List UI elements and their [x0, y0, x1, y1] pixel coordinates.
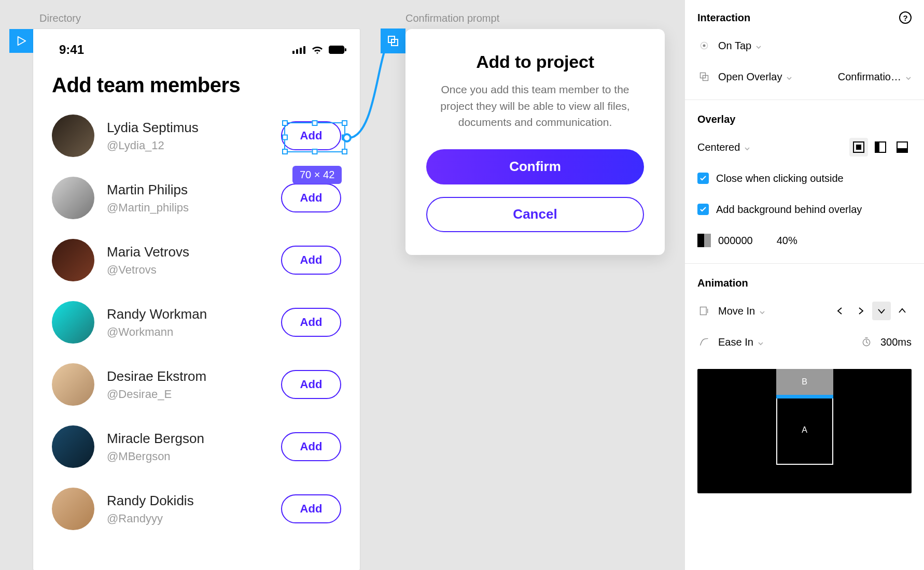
- animation-type-select[interactable]: Move In: [697, 302, 765, 320]
- list-item[interactable]: Lydia Septimus @Lydia_12 Add: [52, 104, 341, 166]
- avatar: [52, 115, 94, 157]
- member-handle: @Desirae_E: [107, 388, 269, 401]
- interaction-handle[interactable]: [342, 133, 352, 142]
- list-item[interactable]: Martin Philips @Martin_philips Add: [52, 166, 341, 229]
- help-icon[interactable]: ?: [899, 11, 912, 24]
- add-button[interactable]: Add: [281, 370, 341, 399]
- direction-right-button[interactable]: [851, 302, 870, 320]
- tap-icon: [697, 40, 711, 51]
- svg-point-9: [703, 45, 706, 47]
- member-name: Randy Dokidis: [107, 493, 269, 509]
- overlay-target-chip[interactable]: [381, 28, 405, 53]
- svg-rect-6: [345, 48, 346, 51]
- ease-icon: [697, 337, 711, 347]
- close-outside-label: Close when clicking outside: [716, 173, 844, 184]
- status-time: 9:41: [59, 42, 84, 57]
- svg-rect-2: [300, 48, 302, 54]
- list-item[interactable]: Randy Workman @Workmann Add: [52, 291, 341, 353]
- svg-rect-0: [292, 51, 295, 54]
- target-value: Confirmatio…: [838, 71, 901, 83]
- list-item[interactable]: Maria Vetrovs @Vetrovs Add: [52, 229, 341, 291]
- overlay-icon: [697, 72, 711, 82]
- list-item[interactable]: Miracle Bergson @MBergson Add: [52, 415, 341, 477]
- direction-down-button[interactable]: [872, 302, 891, 320]
- status-bar: 9:41: [33, 29, 360, 61]
- wifi-icon: [311, 45, 324, 54]
- add-bg-checkbox[interactable]: Add background behind overlay: [697, 200, 912, 219]
- member-name: Randy Workman: [107, 306, 269, 322]
- present-button[interactable]: [9, 29, 33, 53]
- svg-rect-3: [303, 46, 305, 54]
- add-button[interactable]: Add: [281, 183, 341, 212]
- action-select[interactable]: Open Overlay: [697, 67, 792, 86]
- member-name: Miracle Bergson: [107, 431, 269, 447]
- trigger-value: On Tap: [718, 40, 751, 52]
- confirm-button[interactable]: Confirm: [426, 149, 644, 184]
- direction-up-button[interactable]: [893, 302, 912, 320]
- animation-preview: B A: [697, 369, 912, 493]
- chevron-down-icon: [759, 306, 765, 318]
- frame-directory[interactable]: 9:41 Add team members Lydia Septimus: [33, 29, 360, 570]
- member-name: Lydia Septimus: [107, 120, 269, 136]
- add-button[interactable]: Add: [281, 308, 341, 337]
- svg-rect-16: [875, 142, 879, 152]
- bg-color-swatch[interactable]: 000000: [697, 231, 753, 250]
- direction-left-button[interactable]: [831, 302, 849, 320]
- overlay-pos-bottom-button[interactable]: [893, 138, 912, 156]
- add-button[interactable]: Add: [281, 246, 341, 275]
- close-outside-checkbox[interactable]: Close when clicking outside: [697, 169, 912, 188]
- member-handle: @Lydia_12: [107, 139, 269, 152]
- checkbox-checked-icon: [697, 204, 709, 215]
- frame-confirmation[interactable]: Add to project Once you add this team me…: [405, 29, 665, 255]
- frame-label-confirmation[interactable]: Confirmation prompt: [405, 12, 499, 24]
- svg-rect-1: [296, 49, 298, 54]
- chevron-down-icon: [755, 41, 762, 53]
- animation-type-value: Move In: [718, 305, 755, 317]
- chevron-down-icon: [744, 142, 750, 154]
- move-in-icon: [697, 306, 711, 316]
- svg-rect-5: [330, 47, 343, 53]
- preview-layer-b: B: [776, 369, 833, 395]
- bg-hex-value[interactable]: 000000: [718, 235, 753, 247]
- duration-value: 300ms: [880, 336, 912, 348]
- member-name: Maria Vetrovs: [107, 244, 269, 260]
- overlay-pos-left-button[interactable]: [871, 138, 890, 156]
- color-swatch: [697, 234, 711, 247]
- add-button[interactable]: Add: [281, 121, 341, 150]
- avatar: [52, 488, 94, 530]
- chevron-down-icon: [786, 72, 792, 84]
- members-list: Lydia Septimus @Lydia_12 Add Martin Phil…: [33, 104, 360, 539]
- overlay-position-select[interactable]: Centered: [697, 141, 750, 153]
- bg-opacity-value[interactable]: 40%: [777, 235, 797, 247]
- dialog-body: Once you add this team member to the pro…: [426, 81, 644, 131]
- section-header-interaction: Interaction: [697, 12, 750, 24]
- dialog-title: Add to project: [426, 52, 644, 72]
- target-select[interactable]: Confirmatio…: [838, 71, 912, 83]
- overlay-pos-center-button[interactable]: [849, 138, 868, 156]
- avatar: [52, 301, 94, 344]
- member-handle: @MBergson: [107, 450, 269, 463]
- preview-layer-a: A: [776, 395, 833, 465]
- cancel-button[interactable]: Cancel: [426, 197, 644, 232]
- chevron-down-icon: [758, 337, 764, 349]
- chevron-down-icon: [905, 72, 912, 84]
- section-header-animation: Animation: [697, 277, 748, 289]
- easing-select[interactable]: Ease In: [697, 333, 764, 351]
- add-button[interactable]: Add: [281, 494, 341, 523]
- frame-label-directory[interactable]: Directory: [39, 12, 81, 24]
- battery-icon: [329, 46, 346, 54]
- avatar: [52, 239, 94, 281]
- list-item[interactable]: Randy Dokidis @Randyyy Add: [52, 477, 341, 539]
- avatar: [52, 177, 94, 219]
- trigger-select[interactable]: On Tap: [697, 36, 912, 55]
- duration-field[interactable]: 300ms: [860, 333, 912, 351]
- member-handle: @Martin_philips: [107, 201, 269, 215]
- list-item[interactable]: Desirae Ekstrom @Desirae_E Add: [52, 353, 341, 415]
- timer-icon: [860, 337, 873, 347]
- member-handle: @Workmann: [107, 325, 269, 339]
- cellular-icon: [292, 46, 306, 54]
- section-header-overlay: Overlay: [697, 113, 735, 125]
- overlay-position-value: Centered: [697, 141, 740, 153]
- page-title: Add team members: [33, 61, 360, 104]
- add-button[interactable]: Add: [281, 432, 341, 461]
